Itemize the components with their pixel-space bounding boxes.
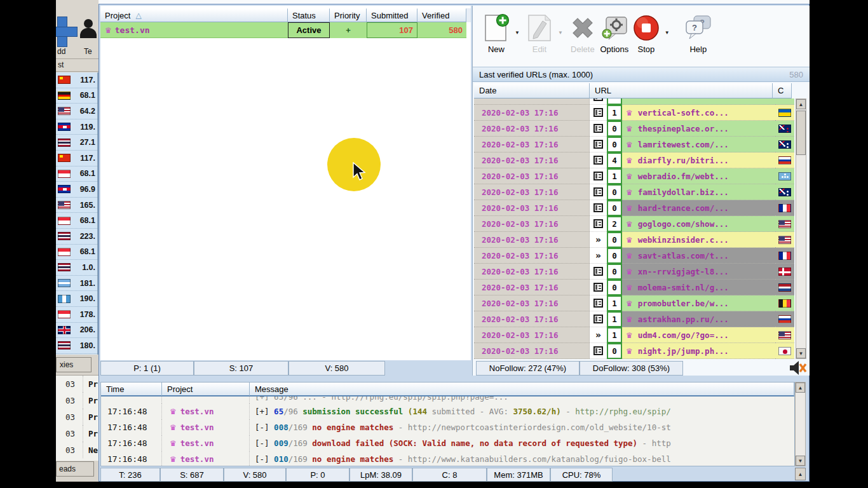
proxy-ip: 96.9 — [71, 185, 97, 194]
person-icon[interactable] — [80, 19, 97, 46]
url-date: 2020-02-03 17:16 — [474, 137, 590, 152]
stop-dropdown-icon[interactable]: ▼ — [665, 30, 670, 36]
proxy-list-item[interactable]: 178. — [56, 307, 97, 323]
uk-flag-icon — [58, 326, 71, 334]
log-time: 03 — [56, 429, 75, 438]
edit-dropdown-icon[interactable]: ▼ — [558, 30, 563, 36]
verified-url-row[interactable]: 2020-02-03 17:160thespineplace.or... — [474, 121, 794, 137]
muted-speaker-icon[interactable] — [788, 359, 807, 377]
log-row[interactable]: 17:16:48test.vn[+] 65/96 submission succ… — [101, 403, 794, 419]
belgium-flag-icon — [778, 299, 791, 308]
verified-url-row[interactable]: 2020-02-03 17:160hard-trance.com/... — [474, 200, 794, 216]
verified-url-row[interactable]: 2020-02-03 17:161astrakhan.pp.ru/... — [474, 311, 794, 327]
column-url[interactable]: URL — [590, 83, 773, 98]
proxy-list-item[interactable]: 64.2 — [56, 104, 97, 119]
url-text: udm4.com/go/?go=... — [638, 330, 729, 340]
column-country[interactable]: C — [773, 83, 792, 98]
column-priority[interactable]: Priority — [330, 8, 367, 22]
column-submitted[interactable]: Submitted — [367, 8, 417, 22]
germany-flag-icon — [58, 92, 71, 100]
verified-urls-count: 580 — [789, 70, 810, 79]
url-cell: webkinzinsider.c... — [622, 232, 775, 248]
proxy-list-item[interactable]: 96.9 — [56, 182, 97, 198]
log-row-clipped[interactable]: [+] 65/96 ... - http://rphg.eu/spip/spip… — [101, 396, 794, 403]
window-icon — [593, 98, 603, 101]
scrollbar-thumb[interactable] — [796, 111, 806, 155]
verified-url-row[interactable]: 2020-02-03 17:160webkinzinsider.c... — [474, 232, 794, 248]
log-scrollbar[interactable]: ▲ ▼ — [795, 382, 806, 466]
proxy-list-item[interactable]: 165. — [56, 198, 97, 214]
verified-url-row[interactable]: 2020-02-03 17:160savt-atlas.com/t... — [474, 248, 794, 264]
proxy-ip: 27.1 — [71, 138, 97, 147]
url-text: molema-smit.nl/g... — [638, 283, 729, 292]
usa-flag-icon — [778, 331, 791, 339]
verified-url-row[interactable]: 2020-02-03 17:162goglogo.com/show... — [474, 216, 794, 232]
new-button[interactable]: New — [482, 13, 511, 54]
proxy-list-item[interactable]: 223. — [56, 229, 97, 245]
proxy-list-item[interactable]: 119. — [56, 119, 97, 135]
verified-url-row[interactable]: 2020-02-03 17:161vertical-soft.co... — [474, 105, 794, 121]
verified-url-row[interactable]: 2020-02-03 17:160night.jp/jump.ph... — [474, 343, 794, 359]
verified-url-row[interactable]: 2020-02-03 17:160xn--rrvigjagt-l8... — [474, 264, 794, 280]
column-date[interactable]: Date — [474, 83, 590, 98]
verified-url-row[interactable]: 2020-02-03 17:160molema-smit.nl/g... — [474, 280, 794, 295]
proxy-list-item[interactable]: 117. — [56, 151, 97, 166]
proxy-list-item[interactable]: 180. — [56, 338, 97, 354]
tab-threads[interactable]: eads — [56, 461, 94, 477]
proxy-list-item[interactable]: 68.1 — [56, 88, 97, 104]
proxy-list-item[interactable]: 181. — [56, 276, 97, 292]
column-verified[interactable]: Verified — [417, 8, 466, 22]
new-dropdown-icon[interactable]: ▼ — [515, 30, 520, 36]
url-text: webradio.fm/webt... — [638, 172, 729, 181]
help-button[interactable]: ? ? Help — [684, 13, 713, 54]
proxy-ip: 1.0. — [71, 263, 97, 272]
engine-crown-icon — [626, 250, 633, 261]
proxy-list-item[interactable]: 27.1 — [56, 135, 97, 151]
log-scroll-up-icon[interactable]: ▲ — [796, 383, 805, 393]
proxy-list-item[interactable]: 117. — [56, 72, 97, 88]
edit-button[interactable]: Edit — [525, 13, 554, 54]
scroll-up-icon[interactable]: ▲ — [796, 99, 806, 109]
column-message[interactable]: Message — [250, 383, 794, 396]
project-status: Active — [288, 22, 330, 38]
verified-url-row[interactable]: 2020-02-03 17:160familydollar.biz... — [474, 184, 794, 200]
log-row[interactable]: 17:16:48test.vn[-] 010/169 no engine mat… — [101, 451, 794, 466]
log-row[interactable]: 17:16:48test.vn[-] 008/169 no engine mat… — [101, 419, 794, 435]
project-row[interactable]: test.vn Active + 107 580 — [100, 22, 466, 38]
verified-url-row[interactable]: 2020-02-03 17:160lamritewest.com/... — [474, 137, 794, 152]
column-time[interactable]: Time — [101, 383, 162, 396]
url-table-header: Date URL C — [474, 83, 792, 98]
column-log-project[interactable]: Project — [162, 383, 250, 396]
thailand-flag-icon — [58, 139, 71, 147]
verified-url-row[interactable]: 2020-02-03 17:164diarfly.ru/bitri... — [474, 152, 794, 168]
log-expand-icon[interactable]: ▲ — [795, 468, 806, 480]
thailand-flag-icon — [58, 341, 71, 349]
options-button[interactable]: Options — [600, 13, 629, 54]
log-row[interactable]: 17:16:48test.vn[-] 009/169 download fail… — [101, 435, 794, 451]
scroll-down-icon[interactable]: ▼ — [796, 348, 806, 358]
proxy-list-item[interactable]: 68.1 — [56, 213, 97, 229]
test-button-label[interactable]: Te — [84, 47, 92, 56]
proxy-list-item[interactable]: 1.0. — [56, 260, 97, 276]
verified-url-row[interactable]: 2020-02-03 17:161webradio.fm/webt... — [474, 168, 794, 184]
delete-button[interactable]: Delete — [568, 13, 597, 54]
column-project[interactable]: Project — [100, 8, 288, 22]
follow-status-row: NoFollow: 272 (47%)DoFollow: 308 (53%) — [476, 361, 683, 376]
proxy-list-item[interactable]: 68.1 — [56, 166, 97, 182]
proxy-list-item[interactable]: 68.1 — [56, 245, 97, 261]
proxy-list-item[interactable]: 206. — [56, 323, 97, 339]
log-scroll-down-icon[interactable]: ▼ — [796, 456, 805, 466]
add-button-label[interactable]: dd — [57, 47, 65, 56]
log-message: [-] 010/169 no engine matches - http://w… — [250, 454, 794, 464]
verified-url-row[interactable]: 2020-02-03 17:161promobutler.be/w... — [474, 295, 794, 311]
url-text: thespineplace.or... — [638, 124, 729, 133]
url-list-scrollbar[interactable]: ▲ ▼ — [796, 98, 806, 359]
verified-url-row[interactable]: 2020-02-03 17:161udm4.com/go/?go=... — [474, 327, 794, 343]
column-status[interactable]: Status — [288, 8, 330, 22]
proxy-list-item[interactable]: 190. — [56, 291, 97, 307]
url-count: 0 — [607, 121, 622, 137]
url-text: webkinzinsider.c... — [638, 235, 729, 245]
tab-proxies[interactable]: xies — [56, 357, 92, 372]
stop-button[interactable]: Stop — [632, 13, 661, 54]
add-icon[interactable] — [56, 17, 76, 46]
